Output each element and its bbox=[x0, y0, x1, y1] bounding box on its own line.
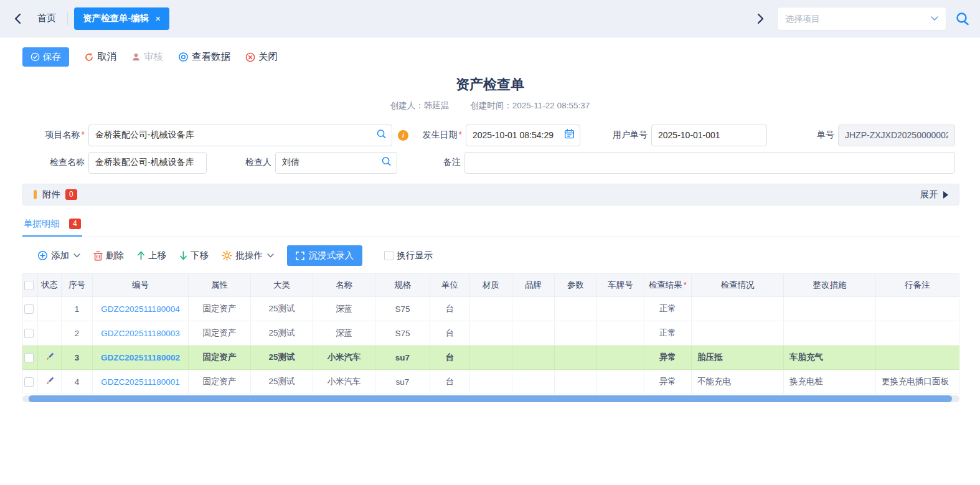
tab-home[interactable]: 首页 bbox=[26, 12, 67, 24]
occur-date-field-wrap bbox=[466, 125, 580, 146]
trash-icon bbox=[93, 251, 103, 261]
material-cell bbox=[470, 346, 512, 370]
tab-close-icon[interactable]: × bbox=[155, 14, 161, 23]
attr-cell: 固定资产 bbox=[189, 346, 251, 370]
column-header: 车牌号 bbox=[597, 274, 644, 297]
unit-cell: 台 bbox=[430, 297, 470, 321]
search-icon[interactable] bbox=[376, 129, 387, 142]
select-all-checkbox[interactable] bbox=[24, 281, 34, 290]
back-chevron-icon[interactable] bbox=[10, 11, 26, 27]
asset-code-cell: GDZC202511180001 bbox=[93, 370, 189, 394]
checker-input[interactable] bbox=[275, 152, 397, 174]
unit-cell: 台 bbox=[430, 321, 470, 346]
param-cell bbox=[555, 297, 597, 321]
brand-cell bbox=[512, 321, 555, 346]
close-button[interactable]: 关闭 bbox=[245, 50, 278, 64]
move-down-button[interactable]: 下移 bbox=[179, 250, 209, 261]
result-cell: 正常 bbox=[644, 321, 692, 346]
table-row: 1GDZC202511180004固定资产25测试深蓝S75台正常 bbox=[23, 297, 959, 321]
person-icon bbox=[131, 52, 141, 62]
cancel-button[interactable]: 取消 bbox=[84, 50, 116, 64]
save-button[interactable]: 保存 bbox=[22, 47, 69, 67]
checker-field-wrap bbox=[275, 152, 397, 174]
remark-input[interactable] bbox=[464, 152, 955, 174]
attachment-count-badge: 0 bbox=[65, 189, 77, 200]
forward-chevron-icon[interactable] bbox=[752, 11, 768, 27]
table-header-row: 状态序号编号属性大类名称规格单位材质品牌参数车牌号检查结果*检查情况整改措施行备… bbox=[23, 274, 959, 297]
brand-cell bbox=[512, 370, 555, 394]
name-cell: 深蓝 bbox=[313, 297, 375, 321]
scrollbar-thumb[interactable] bbox=[29, 395, 952, 402]
add-button[interactable]: 添加 bbox=[37, 250, 80, 261]
move-up-button[interactable]: 上移 bbox=[137, 250, 166, 261]
occur-date-input[interactable] bbox=[466, 125, 580, 146]
column-header: 状态 bbox=[38, 274, 62, 297]
view-data-button[interactable]: 查看数据 bbox=[178, 50, 230, 64]
result-cell: 异常 bbox=[644, 346, 692, 370]
search-icon[interactable] bbox=[955, 11, 970, 26]
attr-cell: 固定资产 bbox=[189, 370, 251, 394]
asset-code-link[interactable]: GDZC202511180003 bbox=[101, 329, 179, 338]
spec-cell: S75 bbox=[375, 321, 430, 346]
project-name-input[interactable] bbox=[88, 125, 392, 146]
user-no-field-wrap bbox=[651, 125, 767, 146]
chevron-down-icon bbox=[73, 253, 80, 258]
expand-button[interactable]: 展开 bbox=[920, 189, 948, 200]
horizontal-scrollbar bbox=[22, 395, 959, 402]
top-tab-bar: 首页 资产检查单-编辑 × bbox=[0, 0, 980, 37]
search-icon[interactable] bbox=[381, 156, 392, 169]
check-circle-icon bbox=[31, 52, 40, 62]
name-cell: 小米汽车 bbox=[313, 346, 375, 370]
asset-code-cell: GDZC202511180002 bbox=[93, 346, 189, 370]
detail-table: 状态序号编号属性大类名称规格单位材质品牌参数车牌号检查结果*检查情况整改措施行备… bbox=[22, 273, 959, 394]
audit-button[interactable]: 审核 bbox=[131, 50, 163, 64]
doc-no-label: 单号 bbox=[809, 129, 834, 141]
wrap-display-toggle[interactable]: 换行显示 bbox=[384, 250, 433, 261]
asset-code-link[interactable]: GDZC202511180001 bbox=[101, 377, 179, 387]
tab-asset-check-edit[interactable]: 资产检查单-编辑 × bbox=[74, 7, 169, 30]
tab-detail[interactable]: 单据明细 4 bbox=[22, 215, 82, 237]
plate-cell bbox=[597, 370, 644, 394]
checker-label: 检查人 bbox=[237, 157, 271, 168]
calendar-icon[interactable] bbox=[564, 129, 575, 142]
header-form: 项目名称* i 发生日期* 用户单号 单号 检查名称 检查人 bbox=[0, 124, 980, 174]
row-checkbox[interactable] bbox=[24, 353, 34, 362]
tab-divider bbox=[67, 12, 68, 26]
undo-icon bbox=[84, 52, 94, 62]
delete-button[interactable]: 删除 bbox=[93, 250, 124, 261]
doc-no-input bbox=[838, 125, 955, 146]
column-header: 品牌 bbox=[512, 274, 555, 297]
doc-no-field-wrap bbox=[838, 125, 955, 146]
row-checkbox[interactable] bbox=[24, 377, 34, 387]
column-header: 编号 bbox=[93, 274, 189, 297]
check-name-field-wrap bbox=[88, 152, 207, 174]
attr-cell: 固定资产 bbox=[189, 321, 251, 346]
check-name-input[interactable] bbox=[88, 152, 207, 174]
wrap-checkbox[interactable] bbox=[384, 251, 393, 260]
category-cell: 25测试 bbox=[251, 321, 313, 346]
project-select[interactable] bbox=[777, 7, 946, 31]
seq-cell: 3 bbox=[62, 346, 93, 370]
project-select-input[interactable] bbox=[785, 14, 931, 24]
immersive-entry-button[interactable]: 沉浸式录入 bbox=[287, 245, 363, 266]
asset-code-cell: GDZC202511180003 bbox=[93, 321, 189, 346]
section-marker bbox=[34, 190, 37, 199]
row_remark-cell: 更换充电插口面板 bbox=[876, 370, 959, 394]
asset-code-link[interactable]: GDZC202511180002 bbox=[101, 353, 180, 362]
batch-ops-button[interactable]: 批操作 bbox=[222, 250, 274, 261]
asset-code-link[interactable]: GDZC202511180004 bbox=[101, 304, 179, 314]
column-header: 检查情况 bbox=[692, 274, 784, 297]
user-no-input[interactable] bbox=[651, 125, 767, 146]
attachment-bar[interactable]: 附件 0 展开 bbox=[22, 184, 959, 205]
category-cell: 25测试 bbox=[251, 370, 313, 394]
table-row: 4GDZC202511180001固定资产25测试小米汽车su7台异常不能充电换… bbox=[23, 370, 959, 394]
row-checkbox[interactable] bbox=[24, 304, 34, 314]
seq-cell: 1 bbox=[62, 297, 93, 321]
row_remark-cell bbox=[876, 297, 959, 321]
info-icon[interactable]: i bbox=[398, 130, 408, 141]
row-checkbox[interactable] bbox=[24, 329, 34, 338]
column-header: 材质 bbox=[470, 274, 512, 297]
gear-icon bbox=[222, 250, 232, 261]
detail-tab-row: 单据明细 4 bbox=[22, 215, 959, 237]
close-circle-icon bbox=[245, 52, 255, 62]
